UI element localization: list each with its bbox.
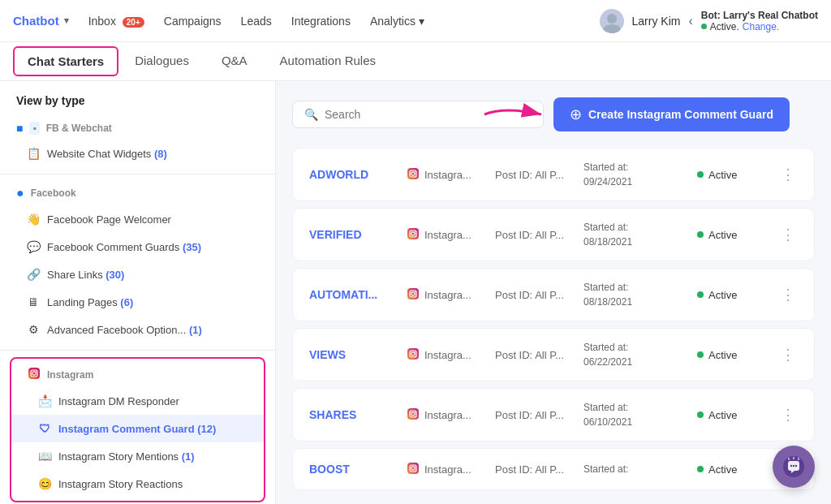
- landing-pages-icon: 🖥: [26, 295, 41, 309]
- tab-dialogues[interactable]: Dialogues: [118, 44, 205, 80]
- nav-back-arrow[interactable]: ‹: [688, 14, 692, 28]
- svg-point-18: [415, 291, 416, 291]
- nav-analytics[interactable]: Analytics ▾: [370, 11, 424, 31]
- svg-rect-27: [407, 463, 419, 474]
- nav-integrations[interactable]: Integrations: [291, 11, 351, 31]
- sub-nav: Chat Starters Dialogues Q&A Automation R…: [0, 42, 831, 81]
- top-nav-left: Chatbot ▾ Inbox 20+ Campaigns Leads Inte…: [13, 11, 600, 31]
- sidebar-section-fb-webchat: ■ ▪ FB & Webchat: [0, 117, 275, 140]
- row-name-shares[interactable]: SHARES: [309, 408, 407, 421]
- row-type-verified: Instagra...: [407, 227, 495, 243]
- create-ig-comment-guard-button[interactable]: ⊕ Create Instagram Comment Guard: [553, 97, 790, 131]
- sidebar-view-by-type: View by type: [0, 94, 275, 117]
- advanced-fb-icon: ⚙: [26, 322, 41, 337]
- website-chat-icon: 📋: [26, 146, 41, 161]
- svg-rect-7: [407, 168, 419, 179]
- ig-story-reactions-icon: 😊: [37, 476, 52, 491]
- row-name-adworld[interactable]: ADWORLD: [309, 168, 407, 181]
- tab-qa[interactable]: Q&A: [205, 44, 264, 80]
- row-post-adworld: Post ID: All P...: [495, 169, 583, 181]
- pink-arrow: [480, 98, 553, 131]
- create-btn-plus: ⊕: [570, 106, 582, 123]
- sidebar-item-fb-welcomer[interactable]: 👋 Facebook Page Welcomer: [0, 205, 275, 233]
- svg-point-22: [415, 351, 416, 351]
- row-menu-adworld[interactable]: ⋮: [778, 166, 798, 183]
- row-menu-verified[interactable]: ⋮: [778, 226, 798, 243]
- ig-dm-label: Instagram DM Responder: [58, 395, 179, 407]
- advanced-fb-count: (1): [189, 324, 202, 336]
- table-row: BOOST Instagra... Post ID: All P... Star…: [292, 448, 815, 490]
- status-text: Active: [708, 463, 737, 476]
- row-type-boost: Instagra...: [407, 462, 495, 477]
- sidebar-divider-1: [0, 174, 275, 174]
- sidebar-item-landing-pages[interactable]: 🖥 Landing Pages (6): [0, 288, 275, 316]
- sidebar-item-fb-comment-guards[interactable]: 💬 Facebook Comment Guards (35): [0, 233, 275, 261]
- sidebar-item-share-links[interactable]: 🔗 Share Links (30): [0, 261, 275, 288]
- sidebar-item-ig-story-mentions[interactable]: 📖 Instagram Story Mentions (1): [11, 442, 264, 470]
- webchat-icon: ▪: [29, 122, 39, 135]
- row-type-icon: [407, 347, 420, 363]
- row-type-icon: [407, 167, 420, 183]
- inbox-badge: 20+: [123, 17, 144, 28]
- sidebar-item-ig-dm[interactable]: 📩 Instagram DM Responder: [11, 387, 264, 415]
- active-dot: [697, 231, 704, 238]
- ig-comment-guard-icon: 🛡: [37, 421, 52, 436]
- row-name-views[interactable]: VIEWS: [309, 348, 407, 361]
- top-nav: Chatbot ▾ Inbox 20+ Campaigns Leads Inte…: [0, 0, 831, 42]
- sidebar-item-ig-comment-guard[interactable]: 🛡 Instagram Comment Guard (12): [11, 415, 264, 442]
- row-type-text: Instagra...: [424, 409, 471, 421]
- website-chat-count: (8): [154, 148, 167, 160]
- status-text: Active: [708, 289, 737, 301]
- svg-point-30: [415, 465, 416, 466]
- row-name-boost[interactable]: BOOST: [309, 463, 407, 476]
- search-icon: 🔍: [304, 108, 318, 121]
- row-type-text: Instagra...: [424, 349, 471, 361]
- bot-change-link[interactable]: Change.: [743, 21, 779, 32]
- row-name-verified[interactable]: VERIFIED: [309, 228, 407, 241]
- status-text: Active: [708, 409, 737, 421]
- row-status-boost: Active: [697, 463, 778, 476]
- fb-webchat-label: FB & Webchat: [46, 123, 112, 134]
- row-menu-automati[interactable]: ⋮: [778, 286, 798, 304]
- svg-point-26: [415, 411, 416, 411]
- ig-dm-icon: 📩: [37, 394, 52, 408]
- row-started-automati: Started at:08/18/2021: [583, 280, 697, 309]
- chatbot-brand[interactable]: Chatbot ▾: [13, 14, 69, 28]
- tab-chat-starters[interactable]: Chat Starters: [13, 46, 118, 76]
- chatbot-label: Chatbot: [13, 14, 59, 28]
- main-content: View by type ■ ▪ FB & Webchat 📋 Website …: [0, 81, 831, 504]
- row-menu-views[interactable]: ⋮: [778, 346, 798, 364]
- nav-campaigns[interactable]: Campaigns: [164, 11, 222, 31]
- row-menu-shares[interactable]: ⋮: [778, 406, 798, 424]
- row-started-views: Started at:06/22/2021: [583, 340, 697, 369]
- sidebar-section-facebook: ● Facebook: [0, 181, 275, 205]
- nav-leads[interactable]: Leads: [241, 11, 272, 31]
- ig-comment-guard-count: (12): [197, 423, 216, 435]
- website-chat-label: Website Chat Widgets (8): [47, 148, 167, 160]
- share-links-count: (30): [105, 269, 124, 281]
- advanced-fb-label: Advanced Facebook Option... (1): [47, 324, 202, 336]
- top-nav-right: Larry Kim ‹ Bot: Larry's Real Chatbot Ac…: [600, 9, 818, 33]
- tab-automation-rules[interactable]: Automation Rules: [264, 44, 392, 80]
- row-name-automati[interactable]: AUTOMATI...: [309, 288, 407, 301]
- active-dot: [697, 351, 704, 358]
- fb-welcomer-icon: 👋: [26, 212, 41, 226]
- row-status-verified: Active: [697, 229, 778, 241]
- sidebar-item-advanced-fb[interactable]: ⚙ Advanced Facebook Option... (1): [0, 316, 275, 343]
- svg-point-32: [790, 465, 792, 467]
- sidebar-section-instagram: Instagram: [11, 362, 264, 387]
- instagram-label: Instagram: [47, 369, 93, 381]
- sidebar-item-website-chat[interactable]: 📋 Website Chat Widgets (8): [0, 140, 275, 167]
- sidebar-item-ig-story-reactions[interactable]: 😊 Instagram Story Reactions: [11, 470, 264, 498]
- svg-point-14: [415, 230, 416, 231]
- fb-welcomer-label: Facebook Page Welcomer: [47, 213, 171, 226]
- row-post-automati: Post ID: All P...: [495, 289, 583, 301]
- nav-inbox[interactable]: Inbox 20+: [88, 11, 144, 31]
- svg-point-10: [415, 170, 416, 171]
- row-type-automati: Instagra...: [407, 287, 495, 303]
- brand-chevron: ▾: [64, 15, 69, 26]
- analytics-chevron: ▾: [419, 15, 424, 28]
- row-type-icon: [407, 227, 420, 243]
- chat-widget-button[interactable]: [773, 446, 815, 488]
- table-row: VIEWS Instagra... Post ID: All P... Star…: [292, 328, 815, 381]
